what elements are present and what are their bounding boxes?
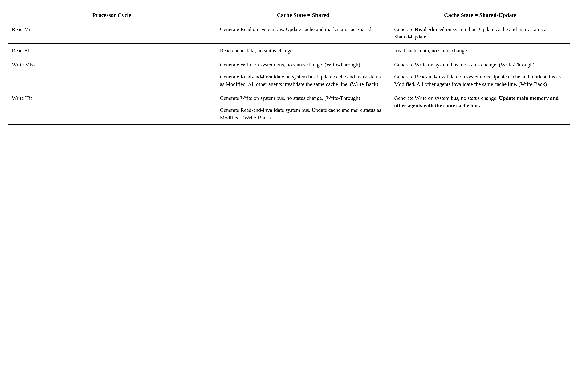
write-hit-shared-p1: Generate Write on system bus, no status … xyxy=(220,95,360,101)
header-cache-shared-update: Cache State = Shared-Update xyxy=(390,8,570,22)
write-miss-shared-p2: Generate Read-and-Invalidate on system b… xyxy=(220,73,386,88)
cache-shared-update-write-miss: Generate Write on system bus, no status … xyxy=(390,58,570,91)
processor-cycle-write-miss: Write Miss xyxy=(8,58,216,91)
write-miss-shared-update-p2: Generate Read-and-Invalidate on system b… xyxy=(394,73,566,88)
header-cache-shared: Cache State = Shared xyxy=(216,8,390,22)
bold-read-shared: Read-Shared xyxy=(415,26,445,32)
cache-shared-update-write-hit: Generate Write on system bus, no status … xyxy=(390,91,570,125)
cache-state-table: Processor Cycle Cache State = Shared Cac… xyxy=(8,8,570,125)
cache-shared-read-hit: Read cache data, no status change. xyxy=(216,44,390,57)
cache-shared-update-read-miss: Generate Read-Shared on system bus. Upda… xyxy=(390,22,570,44)
table-row: Write Miss Generate Write on system bus,… xyxy=(8,58,570,91)
table-row: Write Hit Generate Write on system bus, … xyxy=(8,91,570,125)
processor-cycle-write-hit: Write Hit xyxy=(8,91,216,125)
write-hit-bold-text: Update main memory and other agents with… xyxy=(394,95,559,108)
cache-shared-write-miss: Generate Write on system bus, no status … xyxy=(216,58,390,91)
write-hit-shared-p2: Generate Read-and-Invalidate system bus.… xyxy=(220,106,386,121)
cache-shared-read-miss: Generate Read on system bus. Update cach… xyxy=(216,22,390,44)
write-miss-shared-update-p1: Generate Write on system bus, no status … xyxy=(394,62,534,68)
processor-cycle-read-miss: Read Miss xyxy=(8,22,216,44)
cache-shared-update-read-hit: Read cache data, no status change. xyxy=(390,44,570,57)
header-processor-cycle: Processor Cycle xyxy=(8,8,216,22)
table-row: Read Hit Read cache data, no status chan… xyxy=(8,44,570,57)
table-row: Read Miss Generate Read on system bus. U… xyxy=(8,22,570,44)
processor-cycle-read-hit: Read Hit xyxy=(8,44,216,57)
write-miss-shared-p1: Generate Write on system bus, no status … xyxy=(220,62,360,68)
cache-shared-write-hit: Generate Write on system bus, no status … xyxy=(216,91,390,125)
